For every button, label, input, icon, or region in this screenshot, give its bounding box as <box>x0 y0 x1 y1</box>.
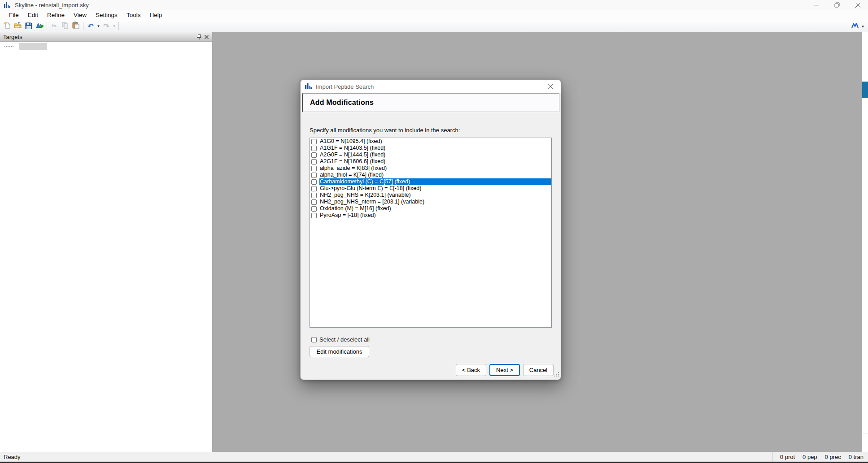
import-peptide-search-dialog: Import Peptide Search Add Modifications … <box>300 79 561 380</box>
redo-dropdown-caret[interactable]: ▾ <box>112 24 117 28</box>
modification-row[interactable]: alpha_azide = K[83] (fixed) <box>310 165 551 172</box>
menu-item[interactable]: Settings <box>91 10 122 20</box>
paste-button[interactable] <box>70 21 81 31</box>
modification-row[interactable]: NH2_peg_NHS = K[203.1] (variable) <box>310 192 551 199</box>
minimize-button[interactable] <box>806 0 827 10</box>
next-button[interactable]: Next > <box>489 364 520 376</box>
modification-row[interactable]: A1G0 = N[1095.4] (fixed) <box>310 138 551 145</box>
skyline-logo-icon <box>305 82 312 91</box>
modification-checkbox[interactable] <box>311 199 317 205</box>
modification-row[interactable]: Glu->pyro-Glu (N-term E) = E[-18] (fixed… <box>310 185 551 192</box>
edit-modifications-button[interactable]: Edit modifications <box>310 346 369 357</box>
window-titlebar: Skyline - reinstall_import.sky <box>0 0 868 10</box>
import-results-icon <box>35 22 44 30</box>
close-window-button[interactable] <box>847 0 868 10</box>
modification-label: Carbamidomethyl (C) = C[57] (fixed) <box>319 178 551 185</box>
back-button[interactable]: < Back <box>456 364 486 376</box>
modifications-list[interactable]: A1G0 = N[1095.4] (fixed) A1G1F = N[1403.… <box>310 138 552 328</box>
close-panel-icon[interactable] <box>203 34 210 40</box>
window-title: Skyline - reinstall_import.sky <box>15 2 89 9</box>
new-document-icon <box>4 22 11 30</box>
targets-panel-header: Targets <box>0 32 212 42</box>
modification-label: A1G0 = N[1095.4] (fixed) <box>319 138 551 145</box>
cut-button[interactable]: ✂ <box>49 21 60 31</box>
targets-empty-node[interactable] <box>19 43 47 50</box>
import-results-button[interactable] <box>34 21 45 31</box>
modification-checkbox[interactable] <box>311 159 317 164</box>
dialog-close-button[interactable] <box>545 81 556 92</box>
modification-label: PyroAsp = [-18] (fixed) <box>319 212 551 219</box>
modification-label: A2G1F = N[1606.6] (fixed) <box>319 158 551 165</box>
modification-checkbox[interactable] <box>311 193 317 198</box>
undo-dropdown-caret[interactable]: ▾ <box>96 24 101 28</box>
modification-label: NH2_peg_NHS_nterm = [203.1] (variable) <box>319 199 551 205</box>
save-button[interactable] <box>23 21 34 31</box>
toolbar-separator <box>118 22 119 30</box>
modification-checkbox[interactable] <box>311 179 317 185</box>
modification-checkbox[interactable] <box>311 206 317 212</box>
cut-icon: ✂ <box>52 22 57 30</box>
dialog-body: Specify all modifications you want to in… <box>301 112 561 378</box>
modification-checkbox[interactable] <box>311 213 317 218</box>
undo-button[interactable]: ↶ <box>85 21 96 31</box>
modification-row[interactable]: A2G1F = N[1606.6] (fixed) <box>310 158 551 165</box>
resize-grip[interactable] <box>554 372 559 377</box>
status-counter: 0 tran <box>849 454 864 460</box>
modification-label: A2G0F = N[1444.5] (fixed) <box>319 151 551 158</box>
modification-row[interactable]: Carbamidomethyl (C) = C[57] (fixed) <box>310 178 551 185</box>
skyline-logo-icon <box>4 2 10 8</box>
copy-icon <box>62 22 69 30</box>
restore-button[interactable] <box>827 0 847 10</box>
modification-row[interactable]: PyroAsp = [-18] (fixed) <box>310 212 551 219</box>
modification-checkbox[interactable] <box>311 146 317 151</box>
undo-icon: ↶ <box>87 22 93 30</box>
modification-label: alpha_thiol = K[74] (fixed) <box>319 172 551 178</box>
select-all-checkbox[interactable] <box>311 337 317 342</box>
wizard-buttons: < Back Next > Cancel <box>456 364 554 376</box>
tree-node-dashes <box>4 46 13 47</box>
open-button[interactable] <box>13 21 23 31</box>
menu-item[interactable]: View <box>69 10 91 20</box>
wizard-heading: Add Modifications <box>310 99 374 107</box>
menu-item[interactable]: Edit <box>23 10 43 20</box>
targets-panel: Targets <box>0 32 213 452</box>
modification-row[interactable]: NH2_peg_NHS_nterm = [203.1] (variable) <box>310 199 551 205</box>
modification-label: NH2_peg_NHS = K[203.1] (variable) <box>319 192 551 199</box>
modification-checkbox[interactable] <box>311 139 317 144</box>
new-document-button[interactable] <box>2 21 13 31</box>
select-deselect-all[interactable]: Select / deselect all <box>311 336 370 343</box>
modification-row[interactable]: A1G1F = N[1403.5] (fixed) <box>310 145 551 151</box>
views-button[interactable] <box>850 21 860 31</box>
views-dropdown-caret[interactable]: ▾ <box>860 24 865 29</box>
modification-row[interactable]: Oxidation (M) = M[16] (fixed) <box>310 205 551 212</box>
copy-button[interactable] <box>60 21 70 31</box>
modification-checkbox[interactable] <box>311 166 317 171</box>
modification-label: alpha_azide = K[83] (fixed) <box>319 165 551 172</box>
save-icon <box>25 22 32 30</box>
dialog-titlebar: Import Peptide Search <box>301 80 561 93</box>
modification-row[interactable]: A2G0F = N[1444.5] (fixed) <box>310 151 551 158</box>
menu-item[interactable]: Tools <box>122 10 145 20</box>
menu-item[interactable]: File <box>4 10 23 20</box>
targets-panel-title: Targets <box>3 34 195 40</box>
pin-icon[interactable] <box>195 34 203 40</box>
menu-item[interactable]: Refine <box>43 10 69 20</box>
right-edge-blue-tab[interactable] <box>862 82 868 98</box>
modification-label: Oxidation (M) = M[16] (fixed) <box>319 205 551 212</box>
modification-checkbox[interactable] <box>311 152 317 158</box>
dialog-title: Import Peptide Search <box>316 83 545 90</box>
menu-item[interactable]: Help <box>145 10 166 20</box>
right-strip-divider <box>862 433 868 433</box>
modification-checkbox[interactable] <box>311 186 317 191</box>
redo-button[interactable]: ↷ <box>101 21 112 31</box>
select-all-label: Select / deselect all <box>319 336 370 343</box>
modification-checkbox[interactable] <box>311 173 317 178</box>
wizard-header: Add Modifications <box>302 93 559 112</box>
modification-row[interactable]: alpha_thiol = K[74] (fixed) <box>310 172 551 178</box>
redo-icon: ↷ <box>103 22 109 30</box>
toolbar-separator <box>83 22 83 30</box>
views-icon <box>851 22 859 30</box>
status-counter: 0 prec <box>825 454 841 460</box>
targets-tree[interactable] <box>0 42 212 452</box>
cancel-button[interactable]: Cancel <box>523 364 554 376</box>
